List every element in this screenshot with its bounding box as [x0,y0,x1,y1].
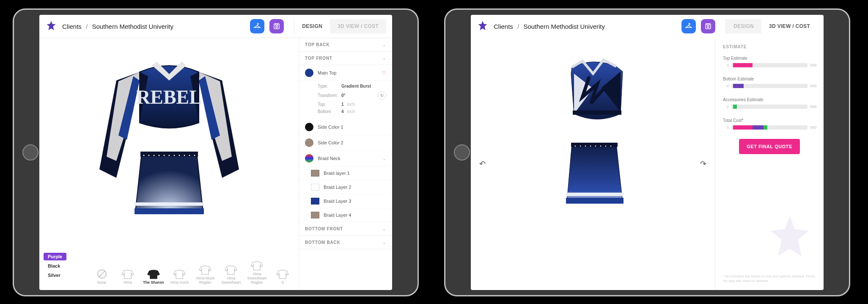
svg-point-28 [580,146,581,147]
save-icon[interactable] [701,19,715,33]
tablet-design: Clients / Southern Methodist Univerity D… [13,8,419,296]
layer-side-1[interactable]: Side Color 1 [299,119,392,135]
3d-canvas[interactable]: ↶ ↷ [471,38,715,290]
svg-point-27 [574,146,576,147]
color-chip-silver[interactable]: Silver [44,271,66,279]
silhouette-thumb[interactable]: S [271,268,294,285]
svg-point-10 [158,155,159,156]
layer-side-2[interactable]: Side Color 2 [299,135,392,151]
hanger-icon[interactable] [250,19,264,33]
silhouette-thumb[interactable]: The Sharon [142,268,165,285]
main-top-details: Type:Gradient Burst Transform:0°↻ Top:1i… [299,81,392,119]
svg-point-30 [590,146,591,147]
thumb-label: Alma Sweetheart [220,276,243,285]
thumb-label: S [281,281,284,285]
brand-logo [477,20,489,32]
tab-design[interactable]: DESIGN [294,19,330,33]
layer-braid-3[interactable]: Braid Layer 3 [299,194,392,208]
svg-point-17 [194,155,195,156]
hanger-icon[interactable] [681,19,696,33]
estimate-label: Total Cost* [723,118,816,123]
svg-rect-5 [135,208,204,214]
section-top-front[interactable]: TOP FRONT⌄ [299,52,392,65]
favorite-icon[interactable]: ♡ [382,70,386,76]
chevron-down-icon: ⌄ [382,227,386,231]
view-tabs: DESIGN 3D VIEW / COST [725,19,818,33]
chevron-down-icon: ⌄ [382,240,386,245]
silhouette-thumb[interactable]: None [90,268,113,285]
thumb-label: Alma mock [170,281,189,285]
svg-point-21 [707,26,709,28]
silhouette-thumb[interactable]: Alma Sweetheart [220,264,243,285]
breadcrumb-current[interactable]: Southern Methodist Univerity [523,23,605,30]
svg-rect-23 [573,111,621,115]
layer-label: Braid Layer 4 [324,213,386,218]
estimate-top: Top Estimate 0 500 [723,56,816,67]
svg-line-19 [99,271,105,277]
garment-preview: REBEL [93,51,245,229]
progress-bar [731,125,808,130]
layer-label: Braid Layer 2 [324,185,386,190]
section-top-back[interactable]: TOP BACK⌄ [299,38,392,52]
silhouette-thumb[interactable]: Alma [116,268,139,285]
color-chip-black[interactable]: Black [44,262,66,270]
rotate-right-icon[interactable]: ↷ [700,159,706,169]
breadcrumb[interactable]: Clients / Southern Methodist Univerity [62,23,173,30]
silhouette-thumb[interactable]: Alma mock [168,268,191,285]
breadcrumb-current[interactable]: Southern Methodist Univerity [92,23,173,30]
estimate-label: Top Estimate [723,56,816,61]
view-tabs: DESIGN 3D VIEW / COST [294,19,386,33]
tablet-home-button[interactable] [454,144,470,160]
section-label: TOP BACK [305,42,330,47]
design-canvas[interactable]: REBEL Purple Black Silver [39,38,299,290]
silhouette-thumb[interactable]: Alma Mock Reglan [194,264,217,285]
layer-main-top[interactable]: Main Top ♡ [299,65,392,81]
chevron-down-icon: ⌄ [382,156,386,161]
svg-point-8 [148,155,149,156]
section-label: BOTTOM FRONT [305,227,343,231]
thumb-label: Alma Mock Reglan [194,276,217,285]
silhouette-thumb[interactable]: Alma Sweetheart Reglan [245,260,269,285]
svg-point-9 [153,155,154,156]
section-bottom-back[interactable]: BOTTOM BACK⌄ [299,236,392,249]
breadcrumb-root[interactable]: Clients [494,23,513,30]
layer-label: Braid layer 1 [324,171,386,176]
thumb-label: None [97,281,107,285]
section-bottom-front[interactable]: BOTTOM FRONT⌄ [299,222,392,236]
layer-braid-neck[interactable]: Braid Neck⌄ [299,151,392,166]
breadcrumb-sep: / [517,23,519,30]
rotate-left-icon[interactable]: ↶ [479,159,486,169]
color-chip-purple[interactable]: Purple [44,253,66,260]
svg-point-13 [173,155,175,156]
layer-braid-2[interactable]: Braid Layer 2 [299,180,392,194]
svg-point-16 [189,155,190,156]
tablet-home-button[interactable] [22,144,38,160]
tab-3d-cost[interactable]: 3D VIEW / COST [330,19,386,33]
3d-garment-preview [542,55,644,216]
svg-rect-25 [566,198,624,204]
svg-point-11 [163,155,165,156]
brand-logo [45,20,57,32]
color-rail: Purple Black Silver [44,253,66,279]
svg-point-31 [595,146,596,147]
layer-label: Braid Layer 3 [324,199,386,204]
layers-panel: TOP BACK⌄ TOP FRONT⌄ Main Top ♡ Type:Gra… [299,38,392,290]
estimate-heading: ESTIMATE [723,44,816,49]
get-final-quote-button[interactable]: GET FINAL QUOTE [739,139,800,154]
layer-braid-4[interactable]: Braid Layer 4 [299,208,392,222]
layer-label: Main Top [318,70,377,75]
svg-point-14 [179,155,180,156]
tab-design[interactable]: DESIGN [726,19,761,33]
breadcrumb-root[interactable]: Clients [62,23,82,30]
tab-3d-cost[interactable]: 3D VIEW / COST [761,19,818,33]
cost-panel: ESTIMATE Top Estimate 0 500 Bottom Estim… [715,38,824,290]
rotate-icon[interactable]: ↻ [378,91,386,99]
silhouette-thumbs[interactable]: NoneAlmaThe SharonAlma mockAlma Mock Reg… [90,260,299,285]
save-icon[interactable] [269,19,284,33]
disclaimer-text: * All estimates are based on cuts and op… [723,274,816,283]
estimate-bottom: Bottom Estimate 0 500 [723,77,816,88]
layer-braid-1[interactable]: Braid layer 1 [299,166,392,180]
breadcrumb[interactable]: Clients / Southern Methodist Univerity [494,23,605,30]
progress-bar [731,84,808,88]
layer-label: Side Color 2 [318,140,386,145]
